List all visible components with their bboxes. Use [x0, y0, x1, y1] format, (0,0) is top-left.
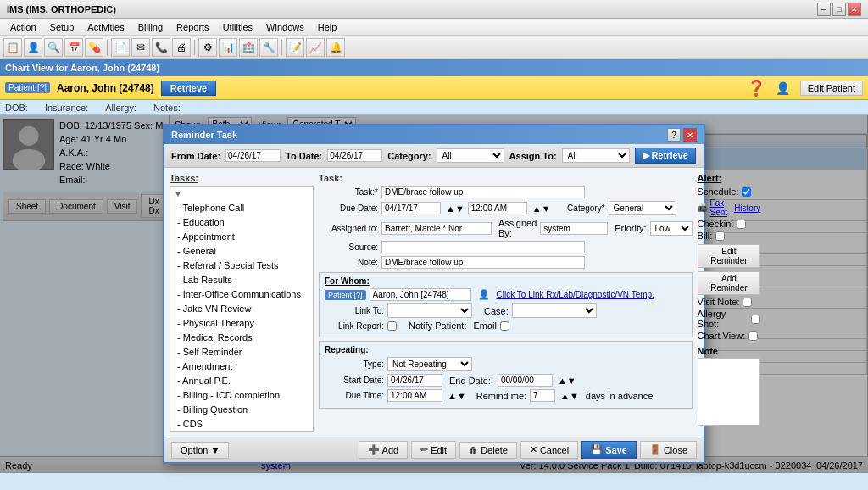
link-to-select[interactable]	[387, 303, 472, 318]
allergy-shot-checkbox[interactable]	[751, 315, 760, 324]
tree-item-general[interactable]: - General	[170, 244, 313, 259]
menu-utilities[interactable]: Utilities	[216, 20, 259, 34]
add-reminder-btn[interactable]: Add Reminder	[698, 271, 761, 295]
menu-action[interactable]: Action	[3, 20, 43, 34]
retrieve-button[interactable]: Retrieve	[161, 81, 216, 96]
toolbar-btn-2[interactable]: 👤	[24, 38, 42, 57]
edit-button[interactable]: ✏ Edit	[411, 441, 456, 459]
tree-item-lab-results[interactable]: - Lab Results	[170, 273, 313, 287]
toolbar-btn-10[interactable]: ⚙	[198, 38, 217, 57]
toolbar-btn-5[interactable]: 💊	[85, 38, 103, 57]
patient-fw-input[interactable]	[370, 288, 471, 301]
tree-item-appointment[interactable]: - Appointment	[170, 230, 313, 244]
start-date-input[interactable]	[387, 374, 442, 387]
tree-item-inter-office[interactable]: - Inter-Office Communications	[170, 287, 313, 302]
toolbar-btn-15[interactable]: 📈	[306, 38, 325, 57]
toolbar-btn-16[interactable]: 🔔	[326, 38, 345, 57]
toolbar-btn-9[interactable]: 🖨	[172, 38, 191, 57]
tree-item-billing-question[interactable]: - Billing Question	[170, 403, 313, 417]
source-input[interactable]	[381, 241, 585, 253]
allergy-shot-label: Allergy Shot:	[698, 309, 748, 329]
checkin-checkbox[interactable]	[737, 220, 746, 229]
toolbar-btn-6[interactable]: 📄	[111, 38, 130, 57]
option-dropdown-icon: ▼	[210, 445, 220, 455]
toolbar-btn-1[interactable]: 📋	[3, 38, 22, 57]
tree-item-annual-pe[interactable]: - Annual P.E.	[170, 374, 313, 388]
toolbar-btn-3[interactable]: 🔍	[44, 38, 63, 57]
visit-note-checkbox[interactable]	[743, 298, 752, 307]
note-textarea[interactable]	[698, 358, 761, 426]
chart-view-checkbox[interactable]	[748, 331, 758, 341]
help-icon[interactable]: ❓	[747, 79, 765, 97]
tree-item-cds[interactable]: - CDS	[170, 417, 313, 432]
toolbar-btn-13[interactable]: 🔧	[259, 38, 278, 57]
schedule-checkbox[interactable]	[742, 187, 751, 197]
menu-activities[interactable]: Activities	[81, 20, 131, 34]
filter-retrieve-btn[interactable]: ▶ Retrieve	[635, 148, 696, 164]
dialog-close-x-btn[interactable]: ✕	[683, 128, 697, 142]
note-input[interactable]	[381, 256, 585, 269]
allergy-shot-row: Allergy Shot:	[698, 309, 761, 329]
end-date-input[interactable]	[498, 374, 553, 387]
toolbar-btn-7[interactable]: ✉	[131, 38, 150, 57]
link-report-checkbox[interactable]	[387, 321, 397, 331]
toolbar-btn-11[interactable]: 📊	[219, 38, 237, 57]
priority-select[interactable]: Low Medium High	[650, 221, 693, 236]
toolbar-btn-12[interactable]: 🏥	[239, 38, 258, 57]
menu-reports[interactable]: Reports	[170, 20, 216, 34]
menu-windows[interactable]: Windows	[259, 20, 311, 34]
minimize-btn[interactable]: ─	[817, 3, 831, 16]
toolbar-btn-4[interactable]: 📅	[64, 38, 83, 57]
menu-help[interactable]: Help	[311, 20, 344, 34]
assigned-to-input[interactable]	[381, 222, 492, 235]
bill-checkbox[interactable]	[715, 231, 725, 241]
remind-days-input[interactable]	[530, 389, 555, 402]
due-date-input[interactable]	[381, 202, 441, 214]
delete-button[interactable]: 🗑 Delete	[459, 442, 517, 459]
add-button[interactable]: ➕ Add	[359, 441, 409, 459]
fax-sent-link[interactable]: Fax Sent	[710, 198, 728, 217]
tree-item-billing-icd[interactable]: - Billing - ICD completion	[170, 388, 313, 403]
due-time-input[interactable]	[468, 202, 527, 214]
menu-setup[interactable]: Setup	[43, 20, 81, 34]
category-form-select[interactable]: General	[609, 201, 676, 215]
save-button[interactable]: 💾 Save	[581, 441, 637, 459]
repeat-type-select[interactable]: Not Repeating	[387, 357, 472, 371]
option-button[interactable]: Option ▼	[171, 442, 229, 459]
tree-item-physical-therapy[interactable]: - Physical Therapy	[170, 316, 313, 331]
tree-item-medical-records[interactable]: - Medical Records	[170, 331, 313, 345]
close-btn[interactable]: ✕	[848, 3, 861, 16]
category-filter-select[interactable]: All	[437, 148, 504, 163]
tree-item-referral[interactable]: - Referral / Special Tests	[170, 259, 313, 273]
patient-info-bar: DOB: Insurance: Allergy: Notes:	[0, 100, 868, 115]
toolbar-btn-14[interactable]: 📝	[286, 38, 304, 57]
cancel-icon: ✕	[530, 444, 537, 455]
task-name-input[interactable]	[381, 186, 585, 198]
tree-item-amendment[interactable]: - Amendment	[170, 359, 313, 374]
save-icon: 💾	[591, 444, 603, 455]
assign-to-filter-select[interactable]: All	[562, 148, 630, 163]
tree-item-education[interactable]: - Education	[170, 215, 313, 230]
assigned-by-input[interactable]	[540, 222, 608, 235]
due-time-rep-input[interactable]	[387, 389, 442, 402]
link-to-label: Link To:	[325, 306, 384, 315]
maximize-btn[interactable]: □	[832, 3, 846, 16]
email-checkbox[interactable]	[500, 321, 509, 331]
schedule-row: Schedule:	[698, 187, 761, 197]
toolbar-btn-8[interactable]: 📞	[152, 38, 170, 57]
tree-item-telephone[interactable]: - Telephone Call	[170, 201, 313, 215]
from-date-input[interactable]	[225, 149, 281, 162]
to-date-input[interactable]	[327, 149, 382, 162]
history-link[interactable]: History	[734, 203, 760, 213]
tree-item-self-reminder[interactable]: - Self Reminder	[170, 345, 313, 359]
click-to-link[interactable]: Click To Link Rx/Lab/Diagnostic/VN Temp.	[497, 290, 654, 299]
dialog-help-btn[interactable]: ?	[667, 128, 681, 142]
edit-patient-button[interactable]: Edit Patient	[800, 81, 863, 96]
close-button[interactable]: 🚪 Close	[640, 441, 697, 459]
tree-item-jake-vn[interactable]: - Jake VN Review	[170, 302, 313, 316]
menu-billing[interactable]: Billing	[131, 20, 170, 34]
case-select[interactable]	[512, 303, 597, 318]
edit-reminder-btn[interactable]: Edit Reminder	[698, 244, 761, 268]
cancel-button[interactable]: ✕ Cancel	[520, 441, 578, 459]
checkin-row: Checkin:	[698, 219, 761, 229]
